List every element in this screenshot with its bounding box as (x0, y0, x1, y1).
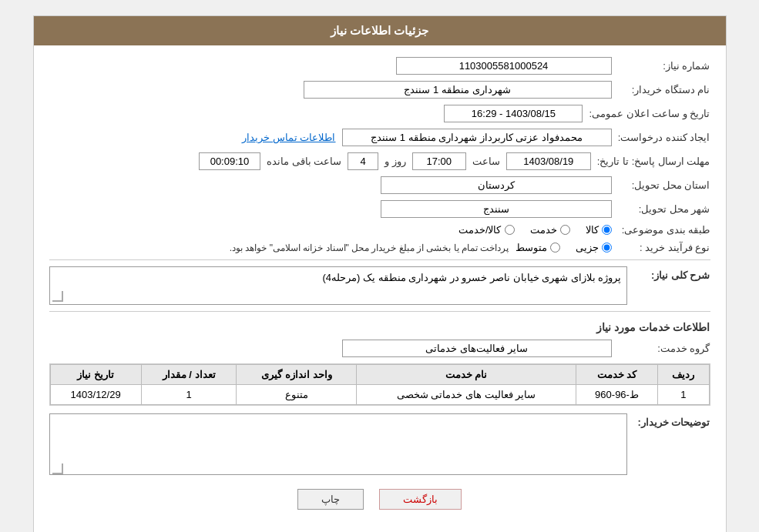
announce-input[interactable] (444, 105, 583, 122)
cell-code-0: ط-96-960 (576, 385, 657, 405)
province-input[interactable] (381, 176, 612, 194)
city-row: شهر محل تحویل: (49, 200, 710, 218)
buyer-notes-row: توضیحات خریدار: (49, 413, 710, 477)
province-row: استان محل تحویل: (49, 176, 710, 194)
deadline-row: مهلت ارسال پاسخ: تا تاریخ: ساعت روز و سا… (49, 152, 710, 170)
purchase-type-label: نوع فرآیند خرید : (618, 242, 710, 253)
deadline-remaining-input[interactable] (199, 152, 260, 170)
table-row: 1 ط-96-960 سایر فعالیت های خدماتی شخصی م… (50, 385, 709, 405)
description-label: شرح کلی نیاز: (633, 266, 710, 281)
creator-input[interactable] (342, 129, 612, 146)
col-header-date: تاریخ نیاز (50, 365, 141, 385)
category-kala-khedmat-label: کالا/خدمت (458, 224, 502, 236)
cell-date-0: 1403/12/29 (50, 385, 141, 405)
services-table-container: ردیف کد خدمت نام خدمت واحد اندازه گیری ت… (49, 363, 710, 406)
category-khedmat-radio[interactable] (560, 225, 570, 235)
col-header-unit: واحد اندازه گیری (237, 365, 357, 385)
col-header-name: نام خدمت (357, 365, 576, 385)
description-wrapper: پروژه بلازای شهری خیابان ناصر خسرو در شه… (49, 266, 627, 305)
category-kala-radio[interactable] (602, 225, 612, 235)
deadline-time-input[interactable] (412, 152, 466, 170)
need-number-label: شماره نیاز: (618, 60, 710, 72)
creator-row: ایجاد کننده درخواست: اطلاعات تماس خریدار (49, 129, 710, 146)
description-row: شرح کلی نیاز: پروژه بلازای شهری خیابان ن… (49, 266, 710, 305)
city-input[interactable] (381, 200, 612, 218)
category-khedmat[interactable]: خدمت (530, 224, 570, 236)
deadline-remaining-label: ساعت باقی مانده (267, 156, 341, 167)
page-wrapper: جزئیات اطلاعات نیاز شماره نیاز: نام دستگ… (33, 15, 727, 532)
purchase-jozi-label: جزیی (576, 242, 599, 253)
description-value: پروژه بلازای شهری خیابان ناصر خسرو در شه… (49, 266, 627, 305)
need-number-row: شماره نیاز: (49, 57, 710, 75)
announce-section: تاریخ و ساعت اعلان عمومی: (444, 105, 710, 122)
service-group-input[interactable] (342, 340, 612, 357)
cell-row-0: 1 (658, 385, 709, 405)
button-row: بازگشت چاپ (49, 489, 710, 521)
org-name-row: نام دستگاه خریدار: (49, 81, 710, 99)
org-name-input[interactable] (304, 81, 612, 99)
buyer-notes-wrapper (49, 413, 627, 477)
announce-label: تاریخ و ساعت اعلان عمومی: (589, 108, 710, 119)
service-group-row: گروه خدمت: (49, 340, 710, 357)
col-header-row: ردیف (658, 365, 709, 385)
page-title: جزئیات اطلاعات نیاز (331, 24, 428, 37)
divider-1 (49, 259, 710, 260)
divider-2 (49, 311, 710, 312)
services-section-title: اطلاعات خدمات مورد نیاز (49, 321, 710, 333)
purchase-motavasset-radio[interactable] (550, 243, 560, 253)
category-label: طبقه بندی موضوعی: (618, 224, 710, 236)
purchase-type-row: نوع فرآیند خرید : جزیی متوسط پرداخت تمام… (49, 242, 710, 253)
buyer-notes-textarea[interactable] (49, 413, 627, 475)
col-header-code: کد خدمت (576, 365, 657, 385)
deadline-days-input[interactable] (348, 152, 378, 170)
category-kala-khedmat[interactable]: کالا/خدمت (458, 224, 515, 236)
category-kala-khedmat-radio[interactable] (505, 225, 515, 235)
purchase-type-radio-group: جزیی متوسط (516, 242, 612, 253)
deadline-label: مهلت ارسال پاسخ: تا تاریخ: (597, 156, 710, 167)
category-radio-group: کالا خدمت کالا/خدمت (458, 224, 612, 236)
back-button[interactable]: بازگشت (379, 489, 462, 510)
province-label: استان محل تحویل: (618, 179, 710, 191)
buyer-notes-label: توضیحات خریدار: (633, 413, 710, 428)
services-table: ردیف کد خدمت نام خدمت واحد اندازه گیری ت… (50, 364, 710, 405)
col-header-qty: تعداد / مقدار (141, 365, 237, 385)
announce-creator-row: تاریخ و ساعت اعلان عمومی: (49, 105, 710, 122)
page-header: جزئیات اطلاعات نیاز (34, 16, 726, 45)
print-button[interactable]: چاپ (297, 489, 364, 510)
purchase-jozi-radio[interactable] (602, 243, 612, 253)
cell-qty-0: 1 (141, 385, 237, 405)
need-number-input[interactable] (396, 57, 612, 75)
content: شماره نیاز: نام دستگاه خریدار: تاریخ و س… (34, 45, 726, 532)
cell-unit-0: متنوع (237, 385, 357, 405)
category-kala[interactable]: کالا (586, 224, 612, 236)
city-label: شهر محل تحویل: (618, 203, 710, 215)
contact-link[interactable]: اطلاعات تماس خریدار (242, 132, 335, 143)
purchase-motavasset[interactable]: متوسط (516, 242, 560, 253)
table-header-row: ردیف کد خدمت نام خدمت واحد اندازه گیری ت… (50, 365, 709, 385)
org-name-label: نام دستگاه خریدار: (618, 84, 710, 95)
cell-name-0: سایر فعالیت های خدماتی شخصی (357, 385, 576, 405)
purchase-motavasset-label: متوسط (516, 242, 547, 253)
category-row: طبقه بندی موضوعی: کالا خدمت کالا/خدمت (49, 224, 710, 236)
deadline-days-label: روز و (385, 156, 406, 167)
creator-label: ایجاد کننده درخواست: (618, 132, 710, 143)
service-group-label: گروه خدمت: (618, 343, 710, 354)
deadline-date-input[interactable] (506, 152, 591, 170)
purchase-type-note: پرداخت تمام یا بخشی از مبلغ خریدار محل "… (230, 243, 509, 253)
deadline-time-label: ساعت (472, 156, 500, 167)
category-khedmat-label: خدمت (530, 224, 557, 236)
purchase-jozi[interactable]: جزیی (576, 242, 612, 253)
category-kala-label: کالا (586, 224, 599, 236)
